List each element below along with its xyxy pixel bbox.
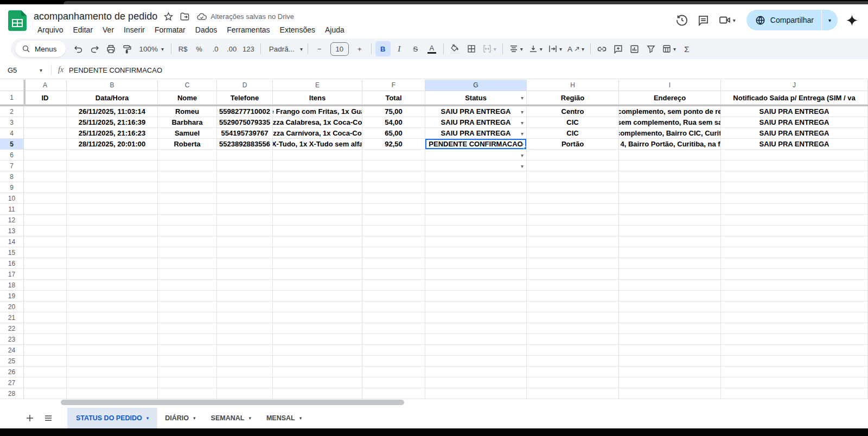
cell-G24[interactable] <box>425 345 527 356</box>
cell-G3[interactable]: SAIU PRA ENTREGA▾ <box>425 117 527 128</box>
cell-C14[interactable] <box>158 236 217 247</box>
cell-E17[interactable] <box>273 269 362 280</box>
cell-J11[interactable] <box>721 204 868 215</box>
cell-J25[interactable] <box>721 356 868 367</box>
cell-A25[interactable] <box>24 356 67 367</box>
share-button[interactable]: Compartilhar ▾ <box>746 10 838 30</box>
cell-A2[interactable] <box>24 106 67 117</box>
cell-B23[interactable] <box>67 334 158 345</box>
add-sheet-button[interactable] <box>21 410 39 426</box>
cell-I5[interactable]: l 4, Bairro Portão, Curitiba, na fr <box>619 139 721 150</box>
cell-D27[interactable] <box>217 377 273 388</box>
cell-A23[interactable] <box>24 334 67 345</box>
save-status-chip[interactable]: Alterações salvas no Drive <box>196 11 294 22</box>
cell-B22[interactable] <box>67 323 158 334</box>
cell-D7[interactable] <box>217 161 273 171</box>
zoom-control[interactable]: 100% ▾ <box>136 41 168 56</box>
tab-status-do-pedido[interactable]: STATUS DO PEDIDO▾ <box>67 408 157 428</box>
cell-A5[interactable] <box>24 139 67 150</box>
cell-B28[interactable] <box>67 388 158 399</box>
row-header-6[interactable]: 6 <box>0 150 24 161</box>
cell-G14[interactable] <box>425 236 527 247</box>
cell-J20[interactable] <box>721 302 868 312</box>
print-button[interactable] <box>104 41 119 56</box>
column-header-H[interactable]: H <box>527 80 619 91</box>
cell-J21[interactable] <box>721 312 868 323</box>
cell-E3[interactable]: izza Calabresa, 1x Coca-Col <box>273 117 362 128</box>
cell-I26[interactable] <box>619 367 721 377</box>
cell-C18[interactable] <box>158 280 217 291</box>
cell-I20[interactable] <box>619 302 721 312</box>
cell-A27[interactable] <box>24 377 67 388</box>
cell-E28[interactable] <box>273 388 362 399</box>
cell-E11[interactable] <box>273 204 362 215</box>
row-header-4[interactable]: 4 <box>0 128 24 139</box>
create-filter-button[interactable] <box>643 41 659 56</box>
row-header-15[interactable]: 15 <box>0 247 24 258</box>
cell-G15[interactable] <box>425 247 527 258</box>
cell-I18[interactable] <box>619 280 721 291</box>
row-header-20[interactable]: 20 <box>0 302 24 312</box>
cell-C24[interactable] <box>158 345 217 356</box>
dropdown-arrow-icon[interactable]: ▾ <box>521 108 524 114</box>
cell-E26[interactable] <box>273 367 362 377</box>
cell-C23[interactable] <box>158 334 217 345</box>
cell-A14[interactable] <box>24 236 67 247</box>
cell-I4[interactable]: complemento, Bairro CIC, Curiti <box>619 128 721 139</box>
cell-C11[interactable] <box>158 204 217 215</box>
cell-F11[interactable] <box>362 204 425 215</box>
cell-C16[interactable] <box>158 258 217 269</box>
cell-J18[interactable] <box>721 280 868 291</box>
cell-G13[interactable] <box>425 226 527 236</box>
menu-ferramentas[interactable]: Ferramentas <box>223 24 273 35</box>
cell-A22[interactable] <box>24 323 67 334</box>
cell-B12[interactable] <box>67 215 158 226</box>
cell-H19[interactable] <box>527 291 619 302</box>
cell-B18[interactable] <box>67 280 158 291</box>
cell-G16[interactable] <box>425 258 527 269</box>
cell-A8[interactable] <box>24 171 67 182</box>
cell-G4[interactable]: SAIU PRA ENTREGA▾ <box>425 128 527 139</box>
row-header-17[interactable]: 17 <box>0 269 24 280</box>
row-header-13[interactable]: 13 <box>0 226 24 236</box>
cell-B9[interactable] <box>67 182 158 193</box>
cell-D5[interactable]: 5523892883556 <box>217 139 273 150</box>
cell-J16[interactable] <box>721 258 868 269</box>
cell-B17[interactable] <box>67 269 158 280</box>
cell-J3[interactable]: SAIU PRA ENTREGA <box>721 117 868 128</box>
cell-B13[interactable] <box>67 226 158 236</box>
cell-F5[interactable]: 92,50 <box>362 139 425 150</box>
cell-C28[interactable] <box>158 388 217 399</box>
column-header-B[interactable]: B <box>67 80 158 91</box>
cell-J7[interactable] <box>721 161 868 171</box>
cell-A4[interactable] <box>24 128 67 139</box>
tab-diario[interactable]: DIÁRIO▾ <box>157 408 203 428</box>
cell-J13[interactable] <box>721 226 868 236</box>
cell-C21[interactable] <box>158 312 217 323</box>
cell-J10[interactable] <box>721 193 868 204</box>
strikethrough-button[interactable]: S <box>408 41 423 56</box>
cell-E4[interactable]: izza Carnívora, 1x Coca-Col <box>273 128 362 139</box>
cell-H16[interactable] <box>527 258 619 269</box>
font-family-select[interactable]: Padrã... ▾ <box>265 41 304 56</box>
cell-B21[interactable] <box>67 312 158 323</box>
cell-F4[interactable]: 65,00 <box>362 128 425 139</box>
cell-F8[interactable] <box>362 171 425 182</box>
row-header-25[interactable]: 25 <box>0 356 24 367</box>
cell-F10[interactable] <box>362 193 425 204</box>
cell-D22[interactable] <box>217 323 273 334</box>
row-header-5[interactable]: 5 <box>0 139 24 150</box>
cell-H17[interactable] <box>527 269 619 280</box>
cell-D10[interactable] <box>217 193 273 204</box>
cell-I27[interactable] <box>619 377 721 388</box>
cell-J22[interactable] <box>721 323 868 334</box>
cell-H8[interactable] <box>527 171 619 182</box>
cell-C22[interactable] <box>158 323 217 334</box>
cell-H28[interactable] <box>527 388 619 399</box>
cell-G22[interactable] <box>425 323 527 334</box>
move-folder-icon[interactable] <box>179 11 190 22</box>
cell-B24[interactable] <box>67 345 158 356</box>
column-header-I[interactable]: I <box>619 80 721 91</box>
cell-H24[interactable] <box>527 345 619 356</box>
cell-D20[interactable] <box>217 302 273 312</box>
